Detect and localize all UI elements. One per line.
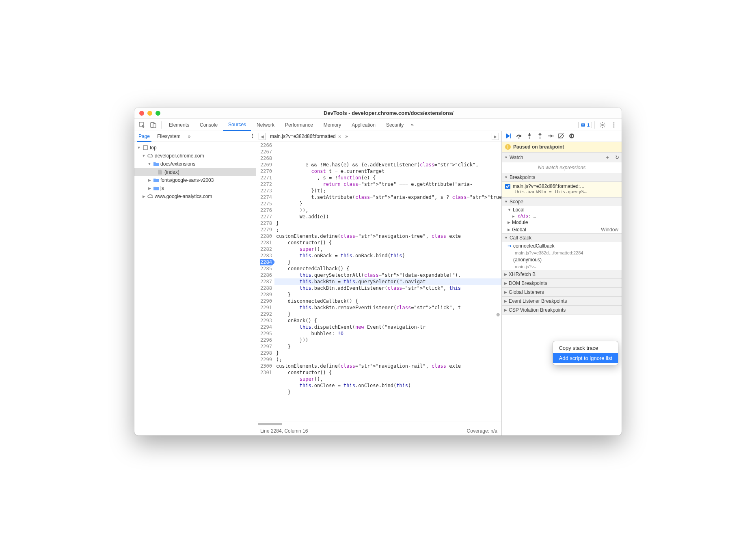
tab-elements[interactable]: Elements xyxy=(164,119,194,131)
settings-icon[interactable] xyxy=(597,120,608,130)
tab-sources[interactable]: Sources xyxy=(223,119,251,131)
step-into-icon[interactable] xyxy=(526,133,533,140)
close-tab-icon[interactable]: × xyxy=(338,134,341,140)
close-window-icon[interactable] xyxy=(139,111,144,116)
svg-rect-13 xyxy=(143,146,147,150)
navigator-tabs: Page Filesystem » xyxy=(134,131,256,142)
scrollbar-thumb[interactable] xyxy=(258,423,282,425)
svg-point-9 xyxy=(613,126,615,127)
cursor-position: Line 2284, Column 16 xyxy=(260,428,308,434)
window-title: DevTools - developer.chrome.com/docs/ext… xyxy=(160,110,617,116)
watch-header[interactable]: ▼Watch+ ↻ xyxy=(502,152,622,162)
breakpoint-item[interactable]: main.js?v=e382d86f:formatted:… this.back… xyxy=(502,182,622,197)
ctxmenu-copy-stack[interactable]: Copy stack trace xyxy=(553,343,618,353)
separator xyxy=(161,121,162,129)
navigator-tab-filesystem[interactable]: Filesystem xyxy=(156,131,182,142)
scope-module[interactable]: ▶Module xyxy=(502,219,622,226)
svg-point-18 xyxy=(553,135,554,136)
main-toolbar: Elements Console Sources Network Perform… xyxy=(134,119,622,131)
coverage-status: Coverage: n/a xyxy=(467,428,497,434)
more-icon[interactable] xyxy=(609,120,619,130)
code[interactable]: ● e && !We.has(e) && (e.addEventListener… xyxy=(274,142,501,422)
step-out-icon[interactable] xyxy=(537,133,543,140)
folder-icon xyxy=(153,161,159,167)
svg-point-6 xyxy=(602,124,603,126)
add-watch-icon[interactable]: + xyxy=(606,154,609,161)
csp-bp-header[interactable]: ▶CSP Violation Breakpoints xyxy=(502,306,622,315)
minimize-window-icon[interactable] xyxy=(147,111,152,116)
global-listeners-header[interactable]: ▶Global Listeners xyxy=(502,288,622,297)
svg-point-11 xyxy=(252,135,253,136)
tree-domain: ▼developer.chrome.com xyxy=(134,152,256,160)
callstack-frame-loc: main.js?v= xyxy=(502,263,622,270)
callstack-frame[interactable]: (anonymous) xyxy=(502,256,622,263)
scope-local[interactable]: ▼Local xyxy=(502,206,622,213)
nav-fwd-icon[interactable]: ▶ xyxy=(492,133,499,140)
context-menu[interactable]: Copy stack trace Add script to ignore li… xyxy=(553,341,618,365)
separator xyxy=(594,121,595,129)
pause-on-exceptions-icon[interactable] xyxy=(568,133,575,140)
event-listener-bp-header[interactable]: ▶Event Listener Breakpoints xyxy=(502,297,622,306)
ctxmenu-add-ignore[interactable]: Add script to ignore list xyxy=(553,353,618,363)
file-tree[interactable]: ▼top ▼developer.chrome.com ▼docs/extensi… xyxy=(134,142,256,435)
scope-global[interactable]: ▶GlobalWindow xyxy=(502,226,622,233)
file-icon xyxy=(157,169,163,175)
nav-back-icon[interactable]: ◀ xyxy=(259,133,266,140)
editor-panel: ◀ main.js?v=e382d86f:formatted × » ▶ 226… xyxy=(256,131,502,435)
issues-badge[interactable]: 1 xyxy=(578,122,592,128)
navigator-more-icon[interactable] xyxy=(252,134,253,140)
editor-tabs: ◀ main.js?v=e382d86f:formatted × » ▶ xyxy=(256,131,501,142)
editor-tab-label: main.js?v=e382d86f:formatted xyxy=(270,134,336,139)
panels-body: Page Filesystem » ▼top ▼developer.chrome… xyxy=(134,131,622,435)
xhr-header[interactable]: ▶XHR/fetch B xyxy=(502,270,622,279)
breakpoint-checkbox[interactable] xyxy=(505,184,510,189)
debugger-panel: i Paused on breakpoint ▼Watch+ ↻ No watc… xyxy=(502,131,622,435)
tab-network[interactable]: Network xyxy=(252,119,279,131)
svg-point-7 xyxy=(613,122,615,123)
svg-point-15 xyxy=(518,137,520,138)
navigator-tabs-overflow-icon[interactable]: » xyxy=(186,131,192,142)
dom-bp-header[interactable]: ▶DOM Breakpoints xyxy=(502,279,622,288)
callstack-frame[interactable]: ➔connectedCallback xyxy=(502,242,622,250)
watch-empty: No watch expressions xyxy=(502,162,622,173)
tab-memory[interactable]: Memory xyxy=(319,119,346,131)
editor-tabs-overflow-icon[interactable]: » xyxy=(345,134,348,139)
tab-performance[interactable]: Performance xyxy=(280,119,318,131)
horizontal-scrollbar[interactable] xyxy=(256,422,501,426)
editor-tab[interactable]: main.js?v=e382d86f:formatted × xyxy=(268,134,343,140)
traffic-lights xyxy=(139,111,160,116)
tabs-overflow-icon[interactable]: » xyxy=(409,119,415,131)
frame-icon xyxy=(143,145,148,151)
tab-application[interactable]: Application xyxy=(347,119,380,131)
code-editor[interactable]: 2266226722682269227022712272227322742275… xyxy=(256,142,501,422)
devtools-window: DevTools - developer.chrome.com/docs/ext… xyxy=(134,108,622,435)
device-toolbar-icon[interactable] xyxy=(148,120,159,130)
navigator-tab-page[interactable]: Page xyxy=(137,131,151,142)
svg-rect-4 xyxy=(582,124,584,125)
svg-point-20 xyxy=(569,134,574,138)
callstack-header[interactable]: ▼Call Stack xyxy=(502,233,622,242)
navigator-panel: Page Filesystem » ▼top ▼developer.chrome… xyxy=(134,131,256,435)
maximize-window-icon[interactable] xyxy=(156,111,160,116)
debugger-toolbar xyxy=(502,131,622,142)
inspect-element-icon[interactable] xyxy=(137,120,147,130)
step-icon[interactable] xyxy=(547,133,554,140)
info-icon: i xyxy=(505,144,511,150)
deactivate-breakpoints-icon[interactable] xyxy=(558,133,564,140)
refresh-watch-icon[interactable]: ↻ xyxy=(615,155,619,160)
tab-console[interactable]: Console xyxy=(195,119,222,131)
cloud-icon xyxy=(147,153,153,159)
svg-rect-21 xyxy=(570,135,571,137)
editor-statusbar: Line 2284, Column 16 Coverage: n/a xyxy=(256,426,501,435)
gutter[interactable]: 2266226722682269227022712272227322742275… xyxy=(256,142,274,422)
breakpoint-file: main.js?v=e382d86f:formatted:… xyxy=(513,183,585,189)
folder-icon xyxy=(153,177,159,183)
tab-security[interactable]: Security xyxy=(381,119,408,131)
scope-this[interactable]: ▶ this: … xyxy=(502,213,622,219)
step-over-icon[interactable] xyxy=(516,133,522,140)
resume-icon[interactable] xyxy=(505,133,512,140)
tree-folder: ▶fonts/google-sans-v2003 xyxy=(134,176,256,184)
scope-header[interactable]: ▼Scope xyxy=(502,197,622,206)
svg-rect-14 xyxy=(510,134,511,138)
breakpoints-header[interactable]: ▼Breakpoints xyxy=(502,173,622,182)
